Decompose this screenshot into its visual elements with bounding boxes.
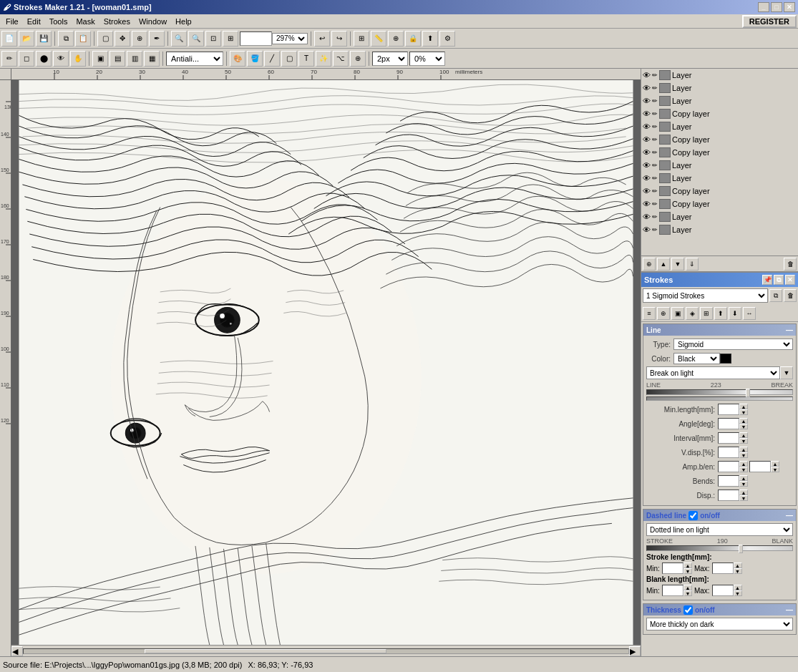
layer-add-button[interactable]: ⊕: [643, 258, 656, 271]
blank-max-up[interactable]: ▲: [734, 585, 742, 590]
tool-move[interactable]: ✥: [115, 31, 130, 47]
scroll-left-button[interactable]: ◀: [11, 646, 23, 656]
disp-up[interactable]: ▲: [739, 490, 748, 495]
dashed-checkbox[interactable]: [688, 511, 698, 520]
ampben-down2[interactable]: ▼: [771, 467, 779, 472]
dashed-slider-track[interactable]: [646, 545, 793, 551]
pencil-icon[interactable]: ✏: [652, 72, 658, 79]
min-length-up[interactable]: ▲: [739, 404, 748, 409]
color-select[interactable]: Black: [673, 353, 720, 364]
dotted-type-select[interactable]: Dotted line on light: [646, 523, 793, 536]
interval-down[interactable]: ▼: [739, 438, 748, 444]
blank-max-down[interactable]: ▼: [734, 590, 742, 596]
thickness-checkbox[interactable]: [683, 605, 693, 615]
ampben-input1[interactable]: 0: [718, 461, 739, 472]
strokes-type-select[interactable]: 1 Sigmoid Strokes: [643, 288, 768, 303]
minimize-button[interactable]: _: [758, 2, 769, 12]
text-tool[interactable]: T: [298, 51, 314, 67]
layer-down-button[interactable]: ▼: [671, 258, 684, 271]
angle-up[interactable]: ▲: [739, 418, 748, 424]
wand-tool[interactable]: ✨: [316, 51, 331, 67]
tool-lasso[interactable]: ⊕: [132, 31, 147, 47]
blank-max-spinner[interactable]: 0,3 ▲ ▼: [712, 585, 742, 596]
dashed-collapse-icon[interactable]: —: [786, 512, 793, 520]
thickness-type-select[interactable]: More thickly on dark: [646, 618, 793, 630]
hscroll-thumb[interactable]: [145, 649, 386, 653]
settings-button[interactable]: ⚙: [439, 31, 455, 47]
hscroll-track[interactable]: [23, 648, 629, 654]
stroke-tool-8[interactable]: ↔: [743, 307, 756, 320]
snap-button[interactable]: ⊕: [388, 31, 404, 47]
pencil-icon[interactable]: ✏: [652, 110, 658, 117]
new-button[interactable]: 📄: [1, 31, 17, 47]
blank-min-spinner[interactable]: 0,2 ▲ ▼: [662, 585, 692, 596]
scroll-right-button[interactable]: ▶: [629, 646, 641, 656]
layers-list[interactable]: 👁 ✏ Layer 👁 ✏ Layer 👁 ✏ Layer: [641, 69, 798, 255]
stroke-tool-4[interactable]: ◈: [686, 307, 699, 320]
zoom-reset-button[interactable]: ⊡: [205, 31, 221, 47]
layer-item[interactable]: 👁 ✏ Layer: [641, 210, 798, 223]
layer-item[interactable]: 👁 ✏ Copy layer: [641, 133, 798, 146]
interval-spinner[interactable]: 1 ▲ ▼: [718, 432, 748, 444]
size-select[interactable]: 2px: [372, 52, 408, 66]
pencil-icon[interactable]: ✏: [652, 226, 658, 233]
zoom-out-button[interactable]: 🔍: [171, 31, 187, 47]
pencil-icon[interactable]: ✏: [652, 149, 658, 156]
layer-item[interactable]: 👁 ✏ Copy layer: [641, 107, 798, 120]
strokes-delete-button[interactable]: 🗑: [784, 289, 797, 302]
vdisp-up[interactable]: ▲: [739, 447, 748, 452]
eye-icon[interactable]: 👁: [643, 200, 651, 208]
color-swatch[interactable]: [720, 354, 731, 364]
hand-tool[interactable]: ✋: [70, 51, 86, 67]
ampben-up2[interactable]: ▲: [771, 461, 779, 467]
stroke-tool-3[interactable]: ▣: [671, 307, 684, 320]
stroke-max-input[interactable]: 0,4: [712, 563, 734, 574]
layer-item[interactable]: 👁 ✏ Copy layer: [641, 185, 798, 198]
eye-icon[interactable]: 👁: [643, 225, 651, 234]
eye-icon[interactable]: 👁: [643, 109, 651, 118]
line-slider-thumb[interactable]: [746, 389, 750, 397]
stroke-tool-1[interactable]: ≡: [643, 307, 656, 320]
stroke-min-spinner[interactable]: 0,2 ▲ ▼: [662, 563, 692, 574]
type-select[interactable]: Sigmoid: [673, 339, 793, 350]
break-select[interactable]: Break on light: [646, 366, 780, 379]
disp-down[interactable]: ▼: [739, 495, 748, 501]
clone-tool[interactable]: ⌥: [333, 51, 349, 67]
blank-min-up[interactable]: ▲: [683, 585, 692, 590]
vdisp-input[interactable]: 0: [718, 447, 739, 458]
ruler-button[interactable]: 📏: [371, 31, 386, 47]
angle-input[interactable]: 0: [718, 418, 739, 429]
layer-merge-button[interactable]: ⇓: [686, 258, 699, 271]
export-button[interactable]: ⬆: [422, 31, 438, 47]
eye-icon[interactable]: 👁: [643, 213, 651, 221]
stroke-tool-5[interactable]: ⊞: [700, 307, 713, 320]
interval-input[interactable]: 1: [718, 432, 739, 444]
strokes-close-button[interactable]: ✕: [785, 275, 795, 285]
fill-tool[interactable]: ⬤: [36, 51, 52, 67]
maximize-button[interactable]: □: [771, 2, 782, 12]
pencil-icon[interactable]: ✏: [652, 123, 658, 130]
layer-item[interactable]: 👁 ✏ Copy layer: [641, 146, 798, 159]
ampben-down1[interactable]: ▼: [739, 467, 748, 472]
redo-button[interactable]: ↪: [331, 31, 347, 47]
eye-icon[interactable]: 👁: [643, 71, 651, 79]
strokes-copy-button[interactable]: ⧉: [769, 289, 782, 302]
dashed-slider-thumb[interactable]: [739, 545, 743, 553]
stroke-max-down[interactable]: ▼: [734, 568, 742, 574]
pencil-icon[interactable]: ✏: [652, 97, 658, 104]
layer-up-button[interactable]: ▲: [657, 258, 670, 271]
open-button[interactable]: 📂: [19, 31, 34, 47]
opacity-select[interactable]: 0%: [409, 52, 445, 66]
angle-down[interactable]: ▼: [739, 424, 748, 429]
stroke-max-up[interactable]: ▲: [734, 563, 742, 568]
eye-icon[interactable]: 👁: [643, 97, 651, 105]
view-tool1[interactable]: ▣: [92, 51, 108, 67]
ampben-input2[interactable]: 23: [749, 461, 771, 472]
copy-button[interactable]: ⧉: [58, 31, 74, 47]
zoom-combo[interactable]: 297% 297%: [240, 31, 308, 46]
lock-button[interactable]: 🔒: [405, 31, 421, 47]
pencil-icon[interactable]: ✏: [652, 136, 658, 143]
bends-down[interactable]: ▼: [739, 481, 748, 487]
grid-button[interactable]: ⊞: [354, 31, 369, 47]
eraser-tool[interactable]: ◻: [19, 51, 34, 67]
